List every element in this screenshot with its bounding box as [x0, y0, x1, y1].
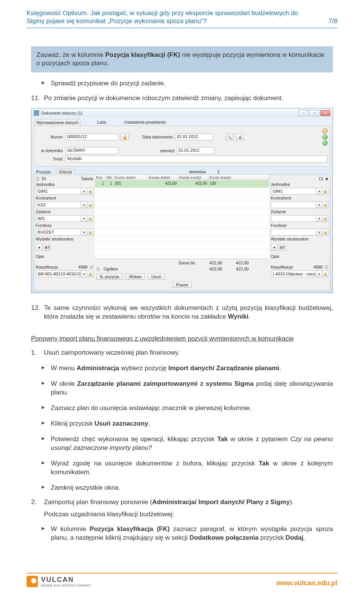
button-usun[interactable]: Usuń — [148, 273, 165, 280]
label-dziennik: w dzienniku — [36, 148, 63, 153]
print-icon[interactable]: 🖨 — [236, 134, 244, 140]
label-zadanie-r: Zadanie — [271, 209, 328, 214]
list-item: Zamknij wszystkie okna. — [42, 484, 333, 492]
table-row[interactable]: 1 1 201 422,00 422,00 130 — [95, 181, 269, 188]
lock-icon: 🔒 — [322, 202, 328, 208]
combo-fundusz-r[interactable]: ▾🔒 — [271, 229, 328, 236]
combo-jednostka-r[interactable]: GIM1▾🔒 — [271, 188, 328, 195]
lock-icon: 🔒 — [87, 271, 93, 277]
tab-ustawienia[interactable]: Ustawienia powielania — [123, 119, 167, 126]
button-wstaw[interactable]: Wstaw — [126, 273, 145, 280]
label-jednostka-r: Jednostka — [271, 182, 328, 187]
input-tresc[interactable]: Wydatki — [65, 156, 328, 162]
ogolem-row: ☐ Ogółem 422,00 422,00 — [95, 267, 269, 273]
list-item: Kliknij przycisk Usuń zaznaczony. — [42, 420, 333, 428]
combo-kontrahent-l[interactable]: KSZ▾🔒 — [36, 201, 93, 208]
lock-icon: 🔒 — [322, 229, 328, 235]
chevron-down-icon: ▾ — [316, 271, 322, 277]
list-item: Wyraź zgodę na usunięcie dokumentów z bu… — [42, 459, 333, 477]
label-dekretow: dekretów — [189, 170, 206, 174]
light-green2-icon — [322, 140, 328, 146]
lock-icon: 🔒 — [87, 188, 93, 194]
step-2-bullet: W kolumnie Pozycja klasyfikacja (FK) zaz… — [42, 525, 333, 542]
preview-icon[interactable]: 🔍 — [225, 134, 234, 140]
page-number: 7/8 — [328, 17, 337, 25]
brand-name: VULCAN — [41, 576, 91, 584]
lock-icon: 🔒 — [87, 202, 93, 208]
tab-pozycje[interactable]: Pozycje — [34, 169, 53, 174]
list-item: W menu Administracja wybierz pozycję Imp… — [42, 364, 333, 373]
label-opis-r: Opis — [271, 254, 328, 259]
brand-tagline: RAZEM DLA LEPSZEJ OŚWIATY — [41, 584, 91, 587]
section-heading: Ponowny import planu finansowego z uwzgl… — [31, 335, 333, 343]
button-powiel[interactable]: Powiel — [173, 282, 191, 288]
info-note: Zauważ, że w kolumnie Pozycja klasyfikac… — [31, 46, 333, 73]
chevron-down-icon[interactable]: ▾ — [271, 244, 278, 251]
label-numer: Numer — [36, 135, 63, 139]
grid-header: Poz Wk Konto debet Kwota debet Kwota kre… — [95, 175, 269, 181]
input-dziennik[interactable]: GŁÓWNY — [65, 147, 118, 154]
list-item: Zaznacz plan do usunięcia wstawiając zna… — [42, 404, 333, 413]
label-zadanie-l: Zadanie — [36, 209, 93, 214]
right-panel: Ct◉ Jednostka GIM1▾🔒 Kontrahent ▾🔒 Zadan… — [269, 175, 330, 290]
window-title: Dokument roboczy (1) — [41, 111, 82, 115]
label-operacji: operacji — [133, 148, 174, 153]
label-data: Data dokumentu — [131, 135, 173, 139]
label-kontrahent-l: Kontrahent — [36, 196, 93, 200]
document-header: Księgowość Optivum. Jak postąpić, w sytu… — [27, 9, 337, 28]
lock-icon: 🔒 — [322, 188, 328, 194]
chevron-down-icon: ▾ — [81, 271, 87, 277]
header-title: Księgowość Optivum. Jak postąpić, w sytu… — [27, 9, 313, 25]
step-12: 12. Te same czynności wykonaj we wszystk… — [31, 304, 333, 321]
list-item: W oknie Zarządzanie planami zaimportowan… — [42, 380, 333, 397]
input-operacji[interactable]: 01.01.2012 — [177, 147, 215, 154]
lock-icon: 🔒 — [87, 215, 93, 222]
tab-lista[interactable]: Lista — [96, 119, 107, 126]
minimize-button[interactable]: — — [298, 110, 308, 116]
label-wydatki-r: Wydatki strukturalne — [271, 237, 328, 241]
bullet-check-task: Sprawdź przypisane do pozycji zadanie. — [42, 79, 333, 88]
value-dekretow: 2 — [217, 170, 220, 174]
help-icon[interactable]: k? — [44, 244, 51, 251]
input-numer[interactable]: 000001/12 — [65, 134, 118, 140]
chevron-down-icon: ▾ — [81, 229, 87, 235]
vulcan-logo: VULCAN RAZEM DLA LEPSZEJ OŚWIATY — [27, 576, 91, 587]
help-icon[interactable]: k? — [279, 244, 286, 251]
label-jednostka-l: Jednostka — [36, 182, 93, 187]
label-kontrahent-r: Kontrahent — [271, 196, 328, 200]
chevron-down-icon: ▾ — [81, 188, 87, 194]
tab-wprowadzanie[interactable]: Wprowadzanie danych — [35, 119, 80, 126]
light-green-icon — [322, 134, 328, 140]
step-2: 2. Zaimportuj plan finansowy ponownie (A… — [31, 498, 333, 507]
list-item: Potwierdź chęć wykonania tej operacji, k… — [42, 435, 333, 453]
app-screenshot: Dokument roboczy (1) — ▭ ✕ Wprowadzanie … — [31, 108, 333, 293]
tab-edycja[interactable]: Edycja — [57, 169, 75, 174]
chevron-down-icon: ▾ — [316, 202, 322, 208]
label-fundusz-r: Fundusz — [271, 223, 328, 228]
step-1: 1. Usuń zaimportowany wcześniej plan fin… — [31, 349, 333, 357]
close-button[interactable]: ✕ — [320, 110, 330, 116]
label-fundusz-l: Fundusz — [36, 223, 93, 228]
window-titlebar[interactable]: Dokument roboczy (1) — ▭ ✕ — [31, 108, 333, 118]
lock-icon[interactable]: 🔒 — [121, 134, 129, 140]
input-data[interactable]: 01.01.2012 — [175, 134, 213, 140]
button-n-pozycja[interactable]: N. pozycja — [96, 273, 122, 280]
maximize-button[interactable]: ▭ — [309, 110, 319, 116]
light-orange-icon — [322, 128, 328, 134]
combo-klasy-r[interactable]: )-4010-Odprawy - nauczyciele▾🔒 — [271, 270, 328, 277]
chevron-down-icon: ▾ — [316, 229, 322, 235]
combo-jednostka-l[interactable]: GIM1▾🔒 — [36, 188, 93, 195]
chevron-down-icon: ▾ — [316, 188, 322, 194]
label-tresc: Treść — [36, 157, 63, 161]
combo-fundusz-l[interactable]: BUDŻET▾🔒 — [36, 229, 93, 236]
combo-klasy-l[interactable]: §W-801-80110-4010-Odprawy - nauczyc▾🔒 — [36, 270, 93, 277]
label-wydatki-l: Wydatki strukturalne — [36, 237, 93, 241]
lock-icon: 🔒 — [322, 271, 328, 277]
chevron-down-icon: ▾ — [81, 215, 87, 222]
combo-kontrahent-r[interactable]: ▾🔒 — [271, 201, 328, 208]
empty-grid-area — [95, 188, 269, 259]
combo-zadanie-r[interactable]: ▾🔒 — [271, 215, 328, 222]
chevron-down-icon[interactable]: ▾ — [36, 244, 42, 251]
app-icon — [34, 110, 39, 116]
combo-zadanie-l[interactable]: WG▾🔒 — [36, 215, 93, 222]
